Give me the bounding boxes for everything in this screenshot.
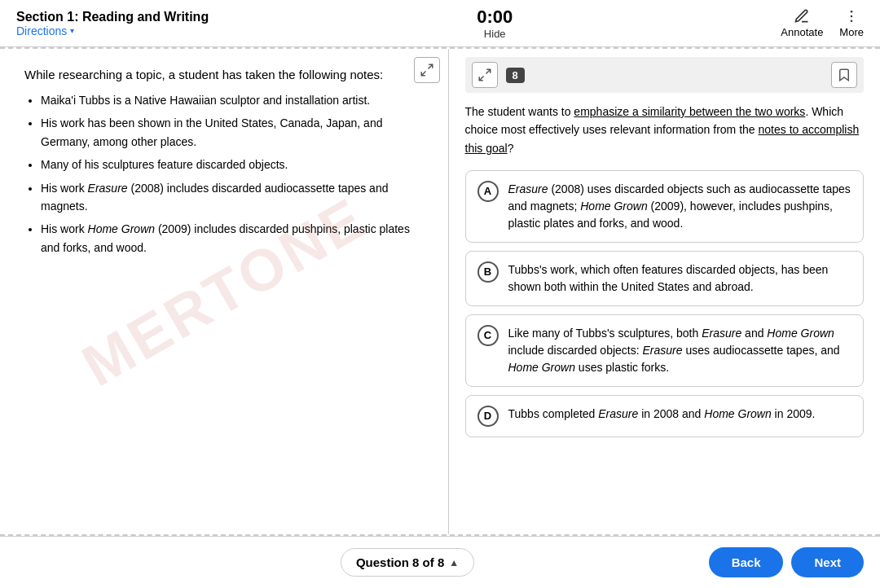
header-left: Section 1: Reading and Writing Direction… (16, 10, 209, 37)
choice-b-text: Tubbs's work, which often features disca… (508, 261, 852, 296)
question-text: The student wants to emphasize a similar… (465, 103, 865, 157)
expand-right-icon (477, 68, 492, 82)
erasure-italic-1: Erasure (88, 182, 128, 195)
choice-d[interactable]: D Tubbs completed Erasure in 2008 and Ho… (465, 395, 865, 437)
choice-c-letter: C (477, 325, 499, 346)
hide-button[interactable]: Hide (484, 28, 506, 40)
header: Section 1: Reading and Writing Direction… (0, 0, 880, 47)
passage-intro: While researching a topic, a student has… (24, 65, 424, 85)
choice-b-letter: B (477, 261, 499, 283)
svg-line-6 (479, 77, 483, 81)
directions-label: Directions (16, 24, 67, 37)
annotate-button[interactable]: Annotate (781, 8, 823, 38)
choice-a[interactable]: A Erasure (2008) uses discarded objects … (465, 170, 865, 243)
answer-choices: A Erasure (2008) uses discarded objects … (465, 170, 865, 437)
next-button[interactable]: Next (791, 547, 864, 577)
svg-point-2 (851, 20, 853, 23)
ellipsis-icon (843, 8, 860, 24)
choice-c[interactable]: C Like many of Tubbs's sculptures, both … (465, 314, 865, 387)
svg-line-3 (428, 64, 432, 68)
header-center: 0:00 Hide (477, 7, 513, 40)
question-header: 8 (465, 57, 865, 93)
underline-1: emphasize a similarity between the two w… (574, 105, 805, 118)
note-4: His work Erasure (2008) includes discard… (41, 179, 424, 216)
choice-c-text: Like many of Tubbs's sculptures, both Er… (508, 325, 852, 376)
notes-list: Maika'i Tubbs is a Native Hawaiian sculp… (41, 91, 424, 257)
main-content: While researching a topic, a student has… (0, 49, 880, 534)
question-nav-label: Question 8 of 8 (356, 555, 444, 569)
svg-point-1 (851, 15, 853, 18)
back-button[interactable]: Back (709, 547, 784, 577)
bottom-right-buttons: Back Next (701, 547, 864, 577)
choice-b[interactable]: B Tubbs's work, which often features dis… (465, 251, 865, 306)
choice-a-letter: A (477, 181, 499, 202)
more-label: More (839, 26, 864, 38)
left-panel: While researching a topic, a student has… (0, 49, 449, 534)
expand-right-button[interactable] (472, 62, 498, 88)
chevron-down-icon: ▾ (70, 26, 74, 35)
question-number-badge: 8 (506, 68, 525, 83)
underline-2: notes to accomplish this goal (465, 123, 860, 154)
choice-a-text: Erasure (2008) uses discarded objects su… (508, 181, 852, 232)
note-2: His work has been shown in the United St… (41, 114, 424, 151)
choice-d-letter: D (477, 406, 499, 427)
note-5: His work Home Grown (2009) includes disc… (41, 220, 424, 257)
header-right: Annotate More (781, 8, 864, 38)
nav-chevron-up-icon: ▲ (449, 557, 459, 568)
homegrown-italic-1: Home Grown (88, 222, 155, 235)
passage-text: While researching a topic, a student has… (24, 65, 424, 257)
bottom-bar: Question 8 of 8 ▲ Back Next (0, 536, 880, 588)
svg-line-5 (486, 69, 490, 73)
timer-display: 0:00 (477, 7, 513, 28)
directions-button[interactable]: Directions ▾ (16, 24, 209, 37)
more-button[interactable]: More (839, 8, 864, 38)
bookmark-button[interactable] (831, 62, 857, 88)
expand-left-button[interactable] (414, 57, 440, 83)
annotate-label: Annotate (781, 26, 823, 38)
expand-icon (420, 63, 434, 77)
svg-line-4 (421, 72, 425, 76)
note-1: Maika'i Tubbs is a Native Hawaiian sculp… (41, 91, 424, 109)
right-panel: 8 The student wants to emphasize a simil… (449, 49, 881, 534)
svg-point-0 (851, 11, 853, 12)
pencil-icon (794, 8, 810, 24)
section-title: Section 1: Reading and Writing (16, 10, 209, 24)
note-3: Many of his sculptures feature discarded… (41, 156, 424, 173)
choice-d-text: Tubbs completed Erasure in 2008 and Home… (508, 406, 852, 423)
question-navigator[interactable]: Question 8 of 8 ▲ (341, 548, 474, 577)
bookmark-icon (837, 68, 851, 82)
